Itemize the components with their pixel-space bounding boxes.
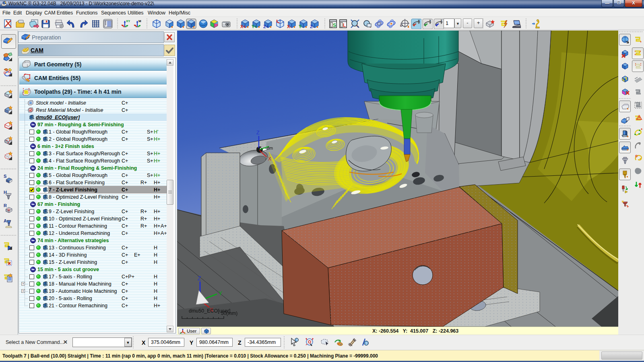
svg-text:A: A bbox=[4, 218, 7, 223]
svg-text:Z+: Z+ bbox=[263, 24, 268, 29]
svg-text:X: X bbox=[268, 156, 271, 162]
svg-text:S: S bbox=[333, 23, 336, 28]
svg-text:Y-: Y- bbox=[299, 24, 303, 29]
svg-text:Z-: Z- bbox=[310, 24, 314, 29]
svg-text:L: L bbox=[343, 23, 346, 28]
svg-text:Z: Z bbox=[198, 275, 201, 282]
svg-text:X: X bbox=[418, 19, 420, 23]
svg-text:R: R bbox=[4, 203, 7, 208]
svg-text:Z: Z bbox=[440, 19, 442, 23]
svg-text:X-: X- bbox=[287, 24, 291, 29]
svg-text:M: M bbox=[138, 19, 141, 23]
svg-text:Y: Y bbox=[219, 290, 223, 296]
svg-text:D: D bbox=[400, 24, 402, 27]
svg-text:50(mm): 50(mm) bbox=[221, 311, 237, 316]
svg-text:?: ? bbox=[365, 341, 368, 346]
svg-text:S: S bbox=[4, 174, 6, 179]
svg-text:Y+: Y+ bbox=[252, 24, 257, 29]
svg-text:dm: dm bbox=[267, 146, 273, 150]
svg-text:XY: XY bbox=[126, 19, 130, 23]
svg-text:?: ? bbox=[296, 338, 298, 342]
svg-text:Y: Y bbox=[429, 19, 431, 23]
svg-text:Z: Z bbox=[256, 130, 260, 136]
svg-text:X+: X+ bbox=[240, 24, 246, 29]
